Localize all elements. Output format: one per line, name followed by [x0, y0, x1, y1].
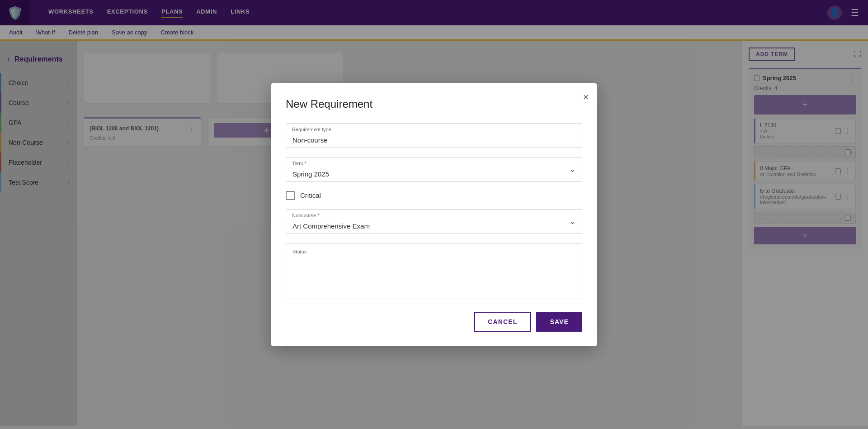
status-label: Status	[292, 249, 576, 254]
noncourse-field: Noncourse * Art Comprehensive Exam ⌄	[286, 209, 582, 234]
status-input[interactable]	[292, 256, 576, 279]
critical-label[interactable]: Critical	[300, 191, 321, 199]
term-select[interactable]: Spring 2025	[286, 157, 582, 182]
new-requirement-modal: New Requirement × Requirement type Term …	[271, 83, 597, 346]
modal-overlay: New Requirement × Requirement type Term …	[0, 0, 868, 429]
requirement-type-field: Requirement type	[286, 123, 582, 148]
critical-checkbox-row: Critical	[286, 191, 582, 200]
critical-checkbox[interactable]	[286, 191, 295, 200]
noncourse-select[interactable]: Art Comprehensive Exam	[286, 209, 582, 234]
save-button[interactable]: SAVE	[536, 312, 582, 332]
modal-title: New Requirement	[286, 98, 582, 110]
modal-close-button[interactable]: ×	[583, 91, 589, 103]
requirement-type-input[interactable]	[286, 123, 582, 148]
term-field: Term * Spring 2025 ⌄	[286, 157, 582, 182]
status-field: Status	[286, 243, 582, 299]
cancel-button[interactable]: CANCEL	[474, 312, 531, 332]
modal-actions: CANCEL SAVE	[286, 312, 582, 332]
